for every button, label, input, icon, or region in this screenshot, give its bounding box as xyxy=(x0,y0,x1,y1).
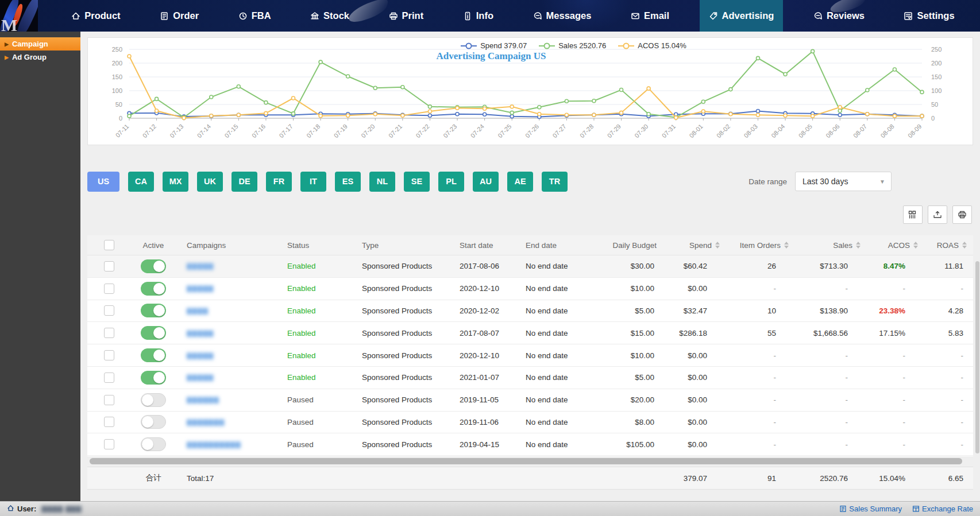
marketplace-button-mx[interactable]: MX xyxy=(163,172,188,192)
home-icon xyxy=(7,505,14,514)
cell-campaign: ▇▇▇▇▇▇▇ xyxy=(182,418,283,426)
statusbar-link-exchange-rate[interactable]: Exchange Rate xyxy=(912,505,973,513)
nav-item-label: Info xyxy=(476,10,493,21)
column-header-spend[interactable]: Spend xyxy=(659,241,722,250)
svg-text:08-02: 08-02 xyxy=(715,123,731,139)
cell-roas: - xyxy=(920,440,969,449)
cell-spend: $0.00 xyxy=(659,395,722,404)
select-all-checkbox[interactable] xyxy=(104,240,114,250)
nav-item-reviews[interactable]: Reviews xyxy=(804,0,874,32)
marketplace-button-tr[interactable]: TR xyxy=(542,172,568,192)
vertical-scrollbar[interactable] xyxy=(975,261,979,453)
nav-item-messages[interactable]: Messages xyxy=(524,0,601,32)
marketplace-button-nl[interactable]: NL xyxy=(369,172,395,192)
active-toggle[interactable] xyxy=(141,304,166,317)
export-button[interactable] xyxy=(928,205,947,224)
row-checkbox[interactable] xyxy=(104,350,114,360)
marketplace-button-de[interactable]: DE xyxy=(232,172,257,192)
row-checkbox[interactable] xyxy=(104,284,114,294)
cell-daily-budget: $8.00 xyxy=(590,418,659,426)
column-label: ROAS xyxy=(937,241,959,250)
active-toggle[interactable] xyxy=(141,326,166,340)
cell-status: Enabled xyxy=(283,373,357,382)
marketplace-button-pl[interactable]: PL xyxy=(438,172,464,192)
row-checkbox[interactable] xyxy=(104,395,114,405)
campaign-name-link[interactable]: ▇▇▇▇▇▇ xyxy=(187,396,219,404)
active-toggle[interactable] xyxy=(141,393,166,407)
cell-daily-budget: $105.00 xyxy=(590,440,659,449)
nav-item-info[interactable]: Info xyxy=(454,0,503,32)
sort-arrows-icon[interactable] xyxy=(715,242,720,249)
svg-text:0: 0 xyxy=(119,115,122,122)
campaign-name-link[interactable]: ▇▇▇▇▇ xyxy=(187,262,214,270)
active-toggle[interactable] xyxy=(141,437,166,451)
toggle-knob xyxy=(142,439,153,450)
column-header-sales[interactable]: Sales xyxy=(791,241,863,250)
cell-spend: $0.00 xyxy=(659,284,722,293)
nav-item-settings[interactable]: Settings xyxy=(894,0,963,32)
sidebar-item-campaign[interactable]: ▶Campaign xyxy=(0,37,80,51)
active-toggle[interactable] xyxy=(141,415,166,429)
campaign-name-link[interactable]: ▇▇▇▇ xyxy=(187,307,209,315)
row-checkbox[interactable] xyxy=(104,373,114,383)
sidebar-item-ad-group[interactable]: ▶Ad Group xyxy=(0,51,80,64)
campaign-name-link[interactable]: ▇▇▇▇▇ xyxy=(187,374,214,381)
sort-arrows-icon[interactable] xyxy=(856,242,861,249)
row-checkbox[interactable] xyxy=(104,328,114,338)
active-toggle[interactable] xyxy=(141,371,166,385)
legend-acos[interactable]: ACOS 15.04% xyxy=(618,41,686,50)
cell-campaign: ▇▇▇▇ xyxy=(182,307,283,315)
date-range-control: Date range Last 30 days ▼ xyxy=(748,171,892,192)
cell-daily-budget: $20.00 xyxy=(590,395,659,404)
row-checkbox[interactable] xyxy=(104,305,114,316)
marketplace-button-us[interactable]: US xyxy=(87,172,119,192)
nav-item-product[interactable]: Product xyxy=(62,0,129,32)
cell-roas: - xyxy=(920,373,969,382)
logo[interactable]: M xyxy=(0,0,38,32)
marketplace-buttons: USCAMXUKDEFRITESNLSEPLAUAETR xyxy=(87,171,568,192)
sort-arrows-icon[interactable] xyxy=(784,242,789,249)
nav-item-stock[interactable]: Stock xyxy=(301,0,358,32)
marketplace-button-ca[interactable]: CA xyxy=(128,172,154,192)
horizontal-scrollbar[interactable] xyxy=(90,458,971,464)
cell-sales: - xyxy=(791,395,863,404)
nav-item-email[interactable]: Email xyxy=(622,0,678,32)
marketplace-button-fr[interactable]: FR xyxy=(266,172,292,192)
campaign-name-link[interactable]: ▇▇▇▇▇ xyxy=(187,285,214,292)
cell-status: Paused xyxy=(283,395,357,404)
statusbar-link-sales-summary[interactable]: Sales Summary xyxy=(839,505,902,513)
nav-item-advertising[interactable]: Advertising xyxy=(700,0,784,32)
column-header-roas[interactable]: ROAS xyxy=(920,241,969,250)
row-checkbox[interactable] xyxy=(104,439,114,449)
columns-button[interactable] xyxy=(903,205,923,224)
active-toggle[interactable] xyxy=(141,348,166,362)
cell-sales: $138.90 xyxy=(791,307,863,315)
campaign-name-link[interactable]: ▇▇▇▇▇ xyxy=(187,352,214,359)
settings-icon xyxy=(904,11,913,21)
row-checkbox[interactable] xyxy=(104,261,114,271)
cell-item-orders: 55 xyxy=(722,329,791,337)
nav-item-fba[interactable]: FBA xyxy=(229,0,280,32)
nav-item-print[interactable]: Print xyxy=(380,0,433,32)
marketplace-button-se[interactable]: SE xyxy=(404,172,430,192)
sort-arrows-icon[interactable] xyxy=(913,242,918,249)
marketplace-button-au[interactable]: AU xyxy=(473,172,499,192)
legend-spend[interactable]: Spend 379.07 xyxy=(460,41,527,50)
nav-item-order[interactable]: Order xyxy=(151,0,208,32)
marketplace-button-es[interactable]: ES xyxy=(335,172,361,192)
campaign-name-link[interactable]: ▇▇▇▇▇▇▇▇▇▇ xyxy=(187,441,241,448)
active-toggle[interactable] xyxy=(141,259,166,273)
printer-button[interactable] xyxy=(952,205,972,224)
active-toggle[interactable] xyxy=(141,282,166,296)
marketplace-button-ae[interactable]: AE xyxy=(507,172,533,192)
campaign-name-link[interactable]: ▇▇▇▇▇ xyxy=(187,329,214,337)
legend-sales[interactable]: Sales 2520.76 xyxy=(538,41,606,50)
campaign-name-link[interactable]: ▇▇▇▇▇▇▇ xyxy=(187,418,225,426)
row-checkbox[interactable] xyxy=(104,417,114,427)
sort-arrows-icon[interactable] xyxy=(962,242,967,249)
date-range-select[interactable]: Last 30 days ▼ xyxy=(795,172,892,191)
column-header-acos[interactable]: ACOS xyxy=(863,241,920,250)
marketplace-button-uk[interactable]: UK xyxy=(197,172,223,192)
marketplace-button-it[interactable]: IT xyxy=(300,172,326,192)
column-header-item_orders[interactable]: Item Orders xyxy=(722,241,791,250)
